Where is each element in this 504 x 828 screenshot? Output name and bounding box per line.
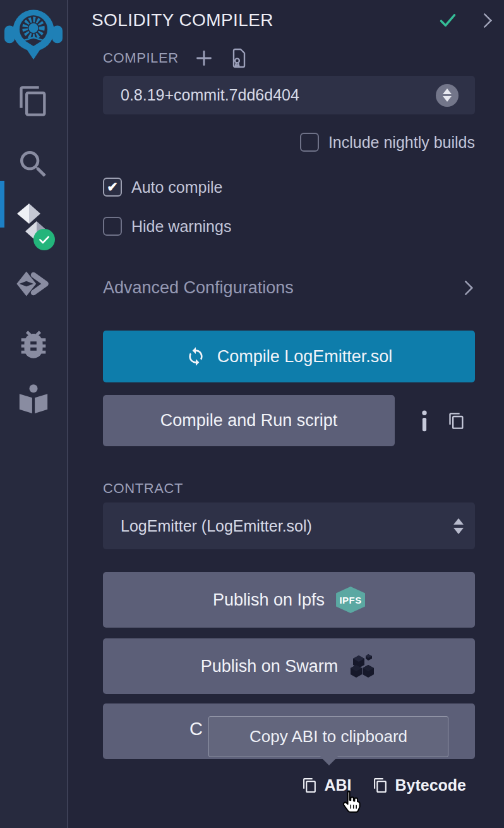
- contract-select-value: LogEmitter (LogEmitter.sol): [121, 517, 312, 535]
- remix-solidity-compiler-panel: SOLIDITY COMPILER COMPILER 0.8.19+commit: [0, 0, 504, 828]
- ipfs-badge-text: IPFS: [339, 595, 361, 606]
- solidity-compiler-icon[interactable]: [0, 202, 67, 250]
- info-icon[interactable]: [420, 410, 429, 432]
- learneth-icon[interactable]: [0, 382, 67, 417]
- copy-bytecode-link[interactable]: Bytecode: [373, 776, 466, 795]
- auto-compile-row: ✔ Auto compile: [103, 178, 223, 197]
- compilation-details-visible-text: C: [189, 719, 203, 740]
- deploy-run-icon[interactable]: [0, 268, 67, 300]
- compile-and-run-row: Compile and Run script: [103, 395, 475, 446]
- compiler-version-select[interactable]: 0.8.19+commit.7dd6d404: [103, 76, 475, 114]
- advanced-configurations-toggle[interactable]: Advanced Configurations: [103, 278, 475, 298]
- panel-header: SOLIDITY COMPILER: [92, 10, 490, 30]
- debugger-icon[interactable]: [0, 326, 67, 363]
- publish-swarm-label: Publish on Swarm: [201, 657, 339, 676]
- compile-and-run-button[interactable]: Compile and Run script: [103, 395, 395, 446]
- compiler-version-value: 0.8.19+commit.7dd6d404: [121, 86, 299, 104]
- collapse-panel-chevron-icon[interactable]: [477, 13, 492, 28]
- include-nightly-checkbox[interactable]: [300, 133, 319, 152]
- hide-warnings-label: Hide warnings: [131, 217, 231, 236]
- publish-ipfs-label: Publish on Ipfs: [213, 590, 325, 610]
- compile-and-run-label: Compile and Run script: [160, 411, 338, 430]
- mouse-cursor-pointer-icon: [339, 788, 364, 815]
- publish-swarm-button[interactable]: Publish on Swarm: [103, 638, 475, 694]
- file-explorer-icon[interactable]: [0, 85, 67, 118]
- sync-icon: [186, 346, 206, 367]
- page-title: SOLIDITY COMPILER: [92, 10, 273, 30]
- compiled-check-icon: [438, 11, 458, 29]
- copy-abi-tooltip-text: Copy ABI to clipboard: [249, 727, 407, 746]
- copy-script-icon[interactable]: [448, 412, 465, 430]
- compiler-license-file-icon[interactable]: [229, 48, 248, 68]
- ipfs-logo-icon: IPFS: [336, 587, 365, 613]
- auto-compile-label: Auto compile: [131, 178, 223, 197]
- compile-button-label: Compile LogEmitter.sol: [217, 347, 393, 367]
- swarm-logo-icon: [349, 654, 377, 679]
- copy-icon: [302, 777, 318, 793]
- compile-success-badge: [33, 229, 55, 250]
- auto-compile-checkbox[interactable]: ✔: [103, 178, 122, 197]
- tooltip-caret: [320, 757, 338, 765]
- add-compiler-icon[interactable]: [195, 49, 213, 67]
- publish-ipfs-button[interactable]: Publish on Ipfs IPFS: [103, 572, 475, 628]
- compiler-section-label: COMPILER: [103, 50, 179, 66]
- contract-select-arrows-icon: [453, 518, 464, 534]
- copy-abi-tooltip: Copy ABI to clipboard: [208, 716, 448, 757]
- contract-section-label: CONTRACT: [103, 480, 183, 497]
- compiler-label-row: COMPILER: [103, 48, 248, 68]
- remix-logo: [0, 4, 67, 62]
- copy-icon: [373, 777, 388, 793]
- search-icon[interactable]: [0, 147, 67, 182]
- copy-links-row: ABI Bytecode: [302, 776, 466, 795]
- advanced-configurations-chevron-icon: [458, 280, 473, 295]
- contract-select[interactable]: LogEmitter (LogEmitter.sol): [103, 502, 475, 549]
- hide-warnings-row: Hide warnings: [103, 217, 231, 236]
- icon-sidebar: [0, 0, 68, 828]
- version-select-sort-icon[interactable]: [436, 84, 459, 107]
- include-nightly-label: Include nightly builds: [328, 133, 475, 152]
- hide-warnings-checkbox[interactable]: [103, 217, 122, 236]
- bytecode-label: Bytecode: [395, 776, 466, 795]
- advanced-configurations-label: Advanced Configurations: [103, 278, 294, 298]
- solidity-compiler-panel: SOLIDITY COMPILER COMPILER 0.8.19+commit: [68, 0, 504, 828]
- include-nightly-row: Include nightly builds: [103, 133, 475, 152]
- compile-button[interactable]: Compile LogEmitter.sol: [103, 331, 475, 382]
